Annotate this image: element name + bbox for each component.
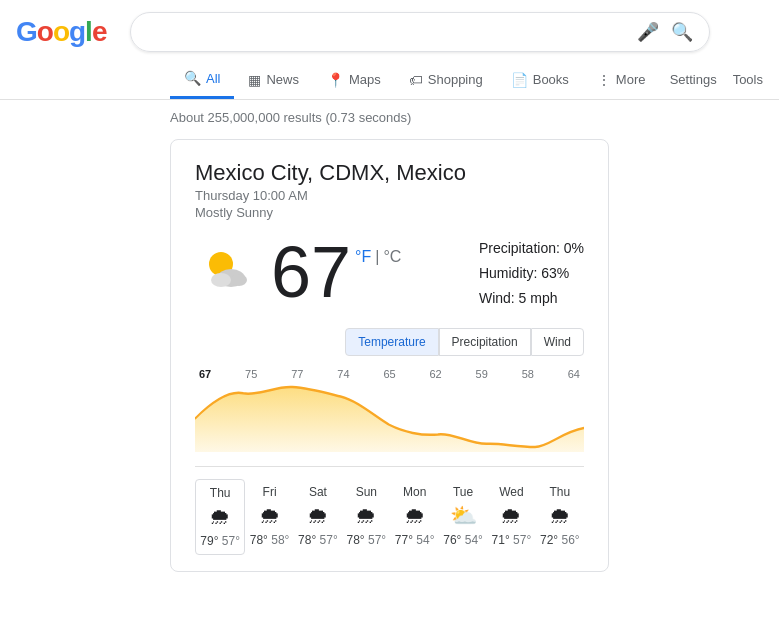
day-temps-mon: 77° 54° [395, 533, 435, 547]
day-item-thu1[interactable]: Thu 🌧 79° 57° [195, 479, 245, 555]
settings-link[interactable]: Settings [670, 72, 717, 87]
tab-books-label: Books [533, 72, 569, 87]
weather-card: Mexico City, CDMX, Mexico Thursday 10:00… [170, 139, 609, 572]
more-icon: ⋮ [597, 72, 611, 88]
results-count: About 255,000,000 results (0.73 seconds) [0, 100, 779, 135]
temperature-value: 67 [271, 236, 351, 308]
maps-icon: 📍 [327, 72, 344, 88]
time-label-4: 11 PM [388, 457, 420, 458]
precipitation-label: Precipitation: 0% [479, 236, 584, 261]
svg-point-2 [211, 273, 231, 287]
day-icon-wed: 🌧 [491, 503, 531, 529]
temperature-display: 67 °F | °C [271, 236, 401, 308]
temp-label-1: 75 [245, 368, 257, 380]
tab-maps-label: Maps [349, 72, 381, 87]
temp-label-0: 67 [199, 368, 211, 380]
time-label-0: 11 AM [199, 457, 230, 458]
day-temps-sun: 78° 57° [346, 533, 386, 547]
chart-tab-wind[interactable]: Wind [531, 328, 584, 356]
time-label-2: 5 PM [296, 457, 322, 458]
day-temps-fri: 78° 58° [249, 533, 289, 547]
weather-condition-icon [195, 240, 259, 304]
day-item-sun[interactable]: Sun 🌧 78° 57° [342, 479, 390, 555]
day-item-tue[interactable]: Tue ⛅ 76° 54° [439, 479, 487, 555]
nav-right: Settings Tools [670, 72, 779, 87]
books-icon: 📄 [511, 72, 528, 88]
tab-news[interactable]: ▦ News [234, 62, 313, 98]
tab-more-label: More [616, 72, 646, 87]
svg-point-3 [231, 274, 247, 286]
day-icon-mon: 🌧 [395, 503, 435, 529]
day-temps-thu2: 72° 56° [540, 533, 580, 547]
tab-shopping[interactable]: 🏷 Shopping [395, 62, 497, 98]
day-name-thu1: Thu [200, 486, 240, 500]
day-item-wed[interactable]: Wed 🌧 71° 57° [487, 479, 535, 555]
tab-shopping-label: Shopping [428, 72, 483, 87]
daily-forecast: Thu 🌧 79° 57° Fri 🌧 78° 58° Sat 🌧 78° 57… [195, 466, 584, 555]
unit-celsius[interactable]: °C [383, 248, 401, 266]
day-icon-sun: 🌧 [346, 503, 386, 529]
temperature-units: °F | °C [355, 248, 401, 266]
day-temps-sat: 78° 57° [298, 533, 338, 547]
all-icon: 🔍 [184, 70, 201, 86]
google-logo[interactable]: Google [16, 16, 106, 48]
day-icon-sat: 🌧 [298, 503, 338, 529]
search-icons: 🎤 🔍 [637, 21, 693, 43]
day-name-wed: Wed [491, 485, 531, 499]
day-name-fri: Fri [249, 485, 289, 499]
unit-separator: | [375, 248, 379, 266]
tab-news-label: News [266, 72, 299, 87]
day-icon-thu2: 🌧 [540, 503, 580, 529]
nav-tabs: 🔍 All ▦ News 📍 Maps 🏷 Shopping 📄 Books ⋮… [0, 52, 779, 100]
day-temps-wed: 71° 57° [491, 533, 531, 547]
day-name-sun: Sun [346, 485, 386, 499]
weather-main: 67 °F | °C Precipitation: 0% Humidity: 6… [195, 236, 584, 312]
weather-condition: Mostly Sunny [195, 205, 584, 220]
tools-link[interactable]: Tools [733, 72, 763, 87]
temp-label-6: 59 [476, 368, 488, 380]
day-name-tue: Tue [443, 485, 483, 499]
day-name-mon: Mon [395, 485, 435, 499]
humidity-label: Humidity: 63% [479, 261, 584, 286]
temp-label-5: 62 [429, 368, 441, 380]
wind-label: Wind: 5 mph [479, 286, 584, 311]
day-icon-fri: 🌧 [249, 503, 289, 529]
chart-svg [195, 382, 584, 452]
search-bar[interactable]: weather mexico city 🎤 🔍 [130, 12, 710, 52]
search-button-icon[interactable]: 🔍 [671, 21, 693, 43]
day-item-fri[interactable]: Fri 🌧 78° 58° [245, 479, 293, 555]
temp-label-7: 58 [522, 368, 534, 380]
unit-fahrenheit[interactable]: °F [355, 248, 371, 266]
day-item-thu2[interactable]: Thu 🌧 72° 56° [536, 479, 584, 555]
news-icon: ▦ [248, 72, 261, 88]
temp-label-2: 77 [291, 368, 303, 380]
chart-tab-precipitation[interactable]: Precipitation [439, 328, 531, 356]
header: Google weather mexico city 🎤 🔍 [0, 0, 779, 52]
tab-books[interactable]: 📄 Books [497, 62, 583, 98]
tab-all-label: All [206, 71, 220, 86]
tab-maps[interactable]: 📍 Maps [313, 62, 395, 98]
day-item-mon[interactable]: Mon 🌧 77° 54° [391, 479, 439, 555]
search-input[interactable]: weather mexico city [147, 23, 637, 41]
day-temps-thu1: 79° 57° [200, 534, 240, 548]
time-label-1: 2 PM [250, 457, 276, 458]
time-label-5: 2 AM [440, 457, 465, 458]
chart-tab-temperature[interactable]: Temperature [345, 328, 438, 356]
day-icon-tue: ⛅ [443, 503, 483, 529]
shopping-icon: 🏷 [409, 72, 423, 88]
weather-datetime: Thursday 10:00 AM [195, 188, 584, 203]
temp-label-8: 64 [568, 368, 580, 380]
time-label-6: 5 AM [486, 457, 511, 458]
time-label-7: 8 AM [531, 457, 556, 458]
day-name-sat: Sat [298, 485, 338, 499]
time-label-8: › [576, 457, 580, 458]
day-item-sat[interactable]: Sat 🌧 78° 57° [294, 479, 342, 555]
microphone-icon[interactable]: 🎤 [637, 21, 659, 43]
tab-more[interactable]: ⋮ More [583, 62, 660, 98]
tab-all[interactable]: 🔍 All [170, 60, 234, 99]
weather-left: 67 °F | °C [195, 236, 401, 308]
day-temps-tue: 76° 54° [443, 533, 483, 547]
day-icon-thu1: 🌧 [200, 504, 240, 530]
temperature-chart: 67 75 77 74 65 62 59 58 64 [195, 368, 584, 458]
temp-label-3: 74 [337, 368, 349, 380]
